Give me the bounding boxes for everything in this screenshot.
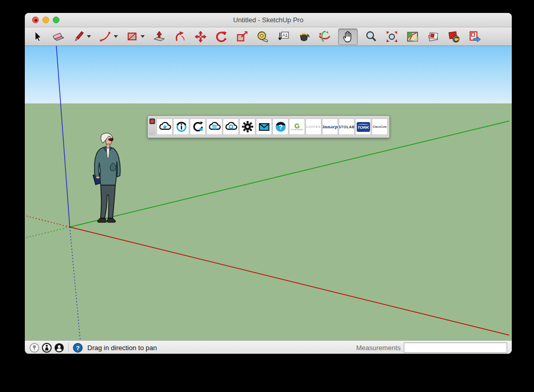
plugin-toolbar: ? G GUSTAVSBERG LAUFEN Kinnarps. STOLAB … (147, 115, 390, 138)
tork-logo: TORK (357, 122, 370, 132)
window-title: Untitled - SketchUp Pro (233, 16, 303, 24)
measurements-label: Measurements (356, 344, 401, 352)
tape-measure-icon (256, 30, 269, 43)
sketchup-window: Untitled - SketchUp Pro (25, 13, 512, 354)
cloud-download-icon (159, 120, 171, 133)
pencil-icon (72, 30, 85, 43)
measurements-input[interactable] (404, 342, 507, 353)
rectangle-tool-dropdown[interactable] (141, 29, 146, 44)
cloud-sync-button[interactable] (190, 118, 206, 135)
brand-laufen-button[interactable]: LAUFEN (306, 118, 322, 135)
line-tool-dropdown[interactable] (87, 29, 92, 44)
geolocation-button[interactable] (29, 343, 39, 353)
scale-tool-button[interactable] (235, 29, 249, 44)
follow-me-tool-button[interactable] (173, 29, 187, 44)
brand-gustavsberg-button[interactable]: G GUSTAVSBERG (289, 118, 305, 135)
help-icon: ? (274, 120, 287, 133)
text-icon: A1 (277, 30, 290, 43)
traffic-lights (32, 17, 59, 23)
add-location-icon (406, 30, 419, 43)
measurements-group: Measurements (356, 342, 507, 353)
tape-measure-tool-button[interactable] (255, 29, 270, 44)
sign-in-button[interactable] (54, 343, 64, 353)
eraser-tool-button[interactable] (51, 29, 65, 44)
paint-bucket-tool-button[interactable] (297, 29, 311, 44)
gustavsberg-logo: G (294, 123, 299, 129)
cloud-list-button[interactable] (206, 118, 222, 135)
cloud-camera-button[interactable] (223, 118, 239, 135)
zoom-tool-button[interactable] (364, 29, 378, 44)
zoom-extents-tool-button[interactable] (385, 29, 399, 44)
rotate-tool-button[interactable] (214, 29, 228, 44)
axis-red-solid (70, 227, 509, 335)
pan-icon (341, 30, 355, 43)
extension-warehouse-button[interactable] (447, 29, 461, 44)
settings-button[interactable] (239, 118, 255, 135)
attribution-person-icon (45, 344, 48, 346)
text-tool-glyph: A1 (282, 33, 288, 38)
cloud-download-button[interactable] (157, 118, 173, 135)
3d-warehouse-button[interactable] (426, 29, 440, 44)
axis-red-dotted (25, 216, 70, 227)
stolab-logo: STOLAB (339, 125, 355, 129)
select-icon (30, 30, 44, 43)
question-mark-icon: ? (76, 344, 80, 351)
export-model-button[interactable] (467, 29, 482, 44)
minimize-window-button[interactable] (42, 17, 49, 23)
gustavsberg-caption: GUSTAVSBERG (291, 129, 303, 131)
axis-green-dotted (25, 227, 70, 238)
axis-blue-dotted (70, 227, 80, 339)
3d-warehouse-icon (426, 30, 440, 43)
add-location-tool-button[interactable] (405, 29, 420, 44)
context-help-button[interactable]: ? (73, 343, 83, 353)
axis-blue-solid (56, 46, 70, 227)
scale-icon (235, 30, 249, 43)
main-toolbar: A1 (25, 27, 512, 46)
brand-tork-button[interactable]: TORK (355, 118, 371, 135)
arc-icon (99, 30, 112, 43)
text-tool-button[interactable]: A1 (276, 29, 291, 44)
brand-kinnarps-button[interactable]: Kinnarps. (322, 118, 338, 135)
status-hint: Drag in direction to pan (87, 344, 157, 352)
svg-text:?: ? (279, 123, 283, 131)
export-icon (468, 30, 481, 43)
close-icon (150, 119, 154, 123)
follow-me-icon (173, 30, 187, 43)
pan-tool-button[interactable] (338, 28, 358, 45)
plugin-help-button[interactable]: ? (272, 118, 288, 135)
desktop: { "window": { "title": "Untitled - Sketc… (0, 0, 534, 392)
zoom-icon (364, 30, 378, 43)
zoom-extents-icon (385, 30, 399, 43)
select-tool-button[interactable] (30, 29, 44, 44)
move-tool-button[interactable] (193, 29, 208, 44)
email-button[interactable] (256, 118, 272, 135)
arc-tool-dropdown[interactable] (114, 29, 119, 44)
line-tool-button[interactable] (71, 29, 86, 44)
brand-classcom-button[interactable]: ClassCom (372, 118, 388, 135)
sign-in-person-icon (58, 345, 60, 348)
close-window-button[interactable] (32, 17, 39, 23)
rectangle-tool-button[interactable] (125, 29, 140, 44)
rotate-icon (215, 30, 228, 43)
brand-stolab-button[interactable]: STOLAB (339, 118, 355, 135)
attribution-button[interactable] (42, 343, 52, 353)
cloud-list-icon (208, 120, 221, 133)
classcom-logo: ClassCom (373, 125, 387, 128)
push-pull-tool-button[interactable] (152, 29, 166, 44)
status-bar: ? Drag in direction to pan Measurements (25, 340, 512, 354)
geolocation-pin-icon (33, 345, 36, 348)
scale-figure[interactable] (86, 132, 127, 230)
viewport-canvas[interactable]: ? G GUSTAVSBERG LAUFEN Kinnarps. STOLAB … (25, 46, 512, 340)
cloud-sync-icon (192, 120, 204, 133)
kinnarps-logo: Kinnarps. (322, 124, 338, 129)
eraser-icon (51, 30, 65, 43)
plugin-toolbar-handle[interactable] (149, 118, 156, 135)
plugin-toolbar-close-button[interactable] (149, 118, 155, 124)
move-icon (194, 30, 207, 43)
paint-bucket-icon (297, 30, 311, 43)
zoom-window-button[interactable] (53, 17, 59, 23)
arc-tool-button[interactable] (98, 29, 113, 44)
push-pull-icon (152, 30, 166, 43)
orbit-tool-button[interactable] (317, 29, 332, 44)
cloud-info-button[interactable] (173, 118, 189, 135)
